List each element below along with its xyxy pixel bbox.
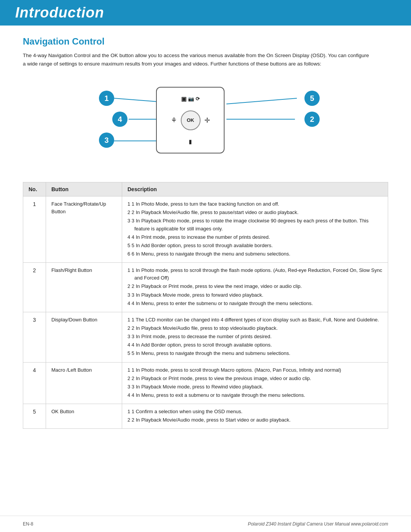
desc-item: 1 In Photo mode, press to scroll through… [127,267,382,282]
pad-middle-row: ⚘ OK ✛ [161,110,220,130]
nav-diagram: 1 4 3 5 2 ▣ 📷 ⟳ ⚘ OK ✛ ▮ [88,79,323,167]
table-row-no-1: 1 [23,197,46,263]
table-row-button-3: Display/Down Button [46,312,122,362]
num-circle-2: 2 [304,112,320,127]
rotate-icon: ⟳ [196,96,200,102]
desc-item: 2 In Playback Movie/Audio file, press to… [127,324,382,332]
scene-icon: ▣ [181,96,186,102]
header-bar: Introduction [0,0,411,26]
num-circle-4: 4 [112,112,127,127]
desc-item: 3 In Playback Photo mode, press to rotat… [127,217,382,232]
desc-item: 3 In Print mode, press to decrease the n… [127,333,382,340]
col-header-button: Button [46,182,122,197]
page-number: EN-8 [23,521,33,527]
button-pad: ▣ 📷 ⟳ ⚘ OK ✛ ▮ [156,87,225,153]
num-circle-3: 3 [99,133,114,148]
intro-text: The 4-way Navigation Control and the OK … [23,51,373,68]
table-row-desc-1: 1 In Photo Mode, press to turn the face … [122,197,388,263]
desc-item: 4 In Menu, press to enter the submenu or… [127,300,382,307]
camera-icon: 📷 [188,96,194,102]
table-row-no-3: 3 [23,312,46,362]
col-header-description: Description [122,182,388,197]
num-circle-5: 5 [304,91,320,106]
navigation-table: No. Button Description 1Face Tracking/Ro… [23,182,388,429]
col-header-no: No. [23,182,46,197]
desc-item: 5 In Add Border option, press to scroll … [127,242,382,249]
footer-brand: Polaroid Z340 Instant Digital Camera Use… [248,521,388,527]
desc-item: 4 In Add Border option, press to scroll … [127,341,382,349]
table-row-button-5: OK Button [46,404,122,429]
ok-button: OK [181,110,201,130]
desc-item: 4 In Menu, press to exit a submenu or to… [127,391,382,399]
desc-item: 4 In Print mode, press to increase the n… [127,233,382,241]
table-row-button-4: Macro /Left Button [46,362,122,404]
desc-item: 3 In Playback Movie mode, press to forwa… [127,291,382,299]
pad-top-row: ▣ 📷 ⟳ [181,96,200,102]
main-content: Navigation Control The 4-way Navigation … [0,26,411,452]
table-row-no-4: 4 [23,362,46,404]
page-title: Introduction [15,5,396,21]
desc-item: 2 In Playback or Print mode, press to vi… [127,283,382,290]
section-title: Navigation Control [23,36,388,47]
desc-item: 6 In Menu, press to navigate through the… [127,250,382,258]
desc-item: 5 In Menu, press to navigate through the… [127,350,382,357]
desc-item: 1 In Photo mode, press to scroll through… [127,366,382,374]
display-icon: ▮ [189,138,192,145]
table-row-no-2: 2 [23,263,46,312]
desc-item: 1 The LCD monitor can be changed into 4 … [127,316,382,324]
table-row-no-5: 5 [23,404,46,429]
page-footer: EN-8 Polaroid Z340 Instant Digital Camer… [0,516,411,532]
desc-item: 2 In Playback or Print mode, press to vi… [127,375,382,382]
table-row-desc-3: 1 The LCD monitor can be changed into 4 … [122,312,388,362]
desc-item: 1 Confirm a selection when using the OSD… [127,408,382,415]
table-row-button-1: Face Tracking/Rotate/Up Button [46,197,122,263]
pad-bottom-row: ▮ [189,138,192,145]
macro-icon: ⚘ [171,116,177,125]
table-row-button-2: Flash/Right Button [46,263,122,312]
svg-line-3 [226,98,297,104]
flash-icon: ✛ [204,116,210,125]
table-row-desc-5: 1 Confirm a selection when using the OSD… [122,404,388,429]
desc-item: 2 In Playback Movie/Audio file, press to… [127,209,382,216]
desc-item: 2 In Playback Movie/Audio mode, press to… [127,416,382,424]
table-row-desc-4: 1 In Photo mode, press to scroll through… [122,362,388,404]
desc-item: 3 In Playback Movie mode, press to Rewin… [127,383,382,391]
table-row-desc-2: 1 In Photo mode, press to scroll through… [122,263,388,312]
num-circle-1: 1 [99,91,114,106]
desc-item: 1 In Photo Mode, press to turn the face … [127,200,382,208]
